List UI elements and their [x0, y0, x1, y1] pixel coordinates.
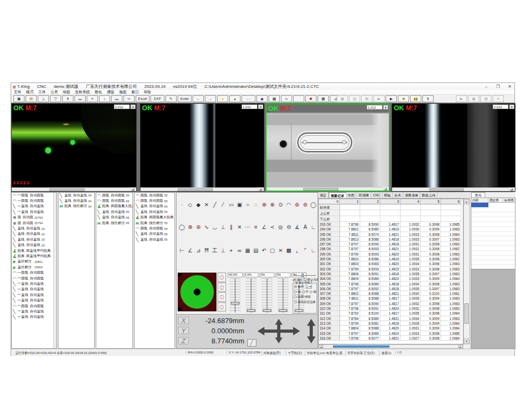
scroll-down-icon[interactable]: ▼	[464, 339, 469, 344]
camera-zoom-select[interactable]: 1-212	[114, 104, 130, 109]
feature-item[interactable]: ╲直线自动直线55	[135, 232, 174, 237]
parallel-tool-icon[interactable]: ∥	[228, 224, 235, 230]
save2-button[interactable]: ▣	[337, 95, 348, 102]
scroll-up-icon[interactable]: ▲	[464, 199, 469, 204]
text-tool-icon[interactable]: A	[302, 224, 309, 230]
feature-item[interactable]: ╲***直线自动直线	[12, 292, 56, 298]
grid-data-row[interactable]: 294 OK7.88018.50801.48191.09300.30991.09…	[319, 227, 463, 232]
feature-item[interactable]: ╲直线自动直线15	[12, 232, 56, 237]
tab-3[interactable]: 3D测量	[356, 192, 371, 198]
box-select-tool-icon[interactable]: ▢	[269, 247, 276, 254]
tab-7[interactable]: 测量清单	[403, 192, 420, 198]
arc-tool-icon[interactable]: ◠	[286, 201, 292, 208]
slider-track[interactable]	[262, 278, 272, 312]
grid-data-row[interactable]: 297 OK7.87978.50901.48181.09310.30981.09…	[319, 242, 463, 246]
x-axis-icon[interactable]: X	[178, 317, 189, 324]
list-vscrollbar[interactable]	[53, 193, 56, 348]
minimize-button[interactable]: –	[483, 84, 489, 89]
zoom-slider[interactable]	[294, 274, 316, 277]
grid-hscroll-thumb[interactable]	[333, 345, 389, 348]
dim-3d-tool-icon[interactable]: ∞	[236, 247, 243, 254]
arrow-right-button[interactable]: →	[205, 95, 216, 102]
circle-distance-tool-icon[interactable]: ⊖	[286, 224, 292, 230]
feature-item[interactable]: H距离线性标注55	[135, 220, 174, 226]
feature-item[interactable]: H距离线性标注34	[59, 204, 94, 209]
tab-0[interactable]: 测定	[318, 192, 329, 198]
tab-element[interactable]: 图元	[471, 192, 485, 197]
platform-button[interactable]: ▬	[74, 95, 86, 102]
tab-1[interactable]: 测量记录	[329, 192, 346, 198]
measurement-grid[interactable]: 0123456标准值上公差下公差293 OK7.87968.50901.4817…	[318, 199, 463, 344]
slider-thumb[interactable]	[231, 302, 239, 304]
feature-item[interactable]: ╲***直线自动直线	[12, 309, 56, 314]
concentric-tool-icon[interactable]: ◎	[277, 224, 284, 230]
feature-item[interactable]: ╲***直线自动直线	[12, 204, 56, 209]
grid-data-row[interactable]: 314 OK7.88048.50881.48201.09310.30991.09…	[319, 326, 463, 331]
camera-view-2[interactable]: OK M:7 1-212 ▼ ◢	[140, 103, 264, 192]
grid-data-row[interactable]: 312 OK7.87848.50891.48211.09340.30991.09…	[319, 316, 463, 321]
z-axis-icon[interactable]: Z	[178, 337, 189, 344]
ellipse-scan2-tool-icon[interactable]: ⊛	[195, 224, 202, 230]
feature-item[interactable]: ╲直线自动直线65	[96, 215, 132, 220]
ellipse2-tool-icon[interactable]: ◯	[179, 224, 185, 230]
close-tool-button[interactable]: ✕	[493, 95, 504, 102]
tab-8[interactable]: 数据上传	[420, 192, 437, 198]
feature-item[interactable]: ╲直线自动直线15	[12, 226, 56, 231]
selected-cell[interactable]	[471, 203, 488, 208]
light-slider-1[interactable]: 40.0%	[228, 273, 243, 313]
light-slider-3[interactable]: 0%	[260, 273, 275, 313]
run-button[interactable]: ↯	[422, 95, 434, 102]
ring-inner-light-button[interactable]: ◯	[218, 292, 226, 302]
feature-item[interactable]: ◠圆弧自动圆弧55	[135, 193, 174, 198]
resize-grip-icon[interactable]: ◢	[382, 187, 389, 191]
texture-button[interactable]: ▩	[269, 95, 280, 102]
undo-tool-icon[interactable]: ↶	[261, 247, 268, 254]
camera-zoom-select[interactable]: 1-212	[367, 105, 383, 110]
circle-scan2-tool-icon[interactable]: ⊗	[269, 201, 276, 208]
resize-grip-icon[interactable]: ◢	[257, 187, 264, 191]
stop-button[interactable]: ■	[398, 95, 409, 102]
perpendicular-tool-icon[interactable]: ⊥	[220, 224, 226, 230]
tab-5[interactable]: 模板	[383, 192, 393, 198]
camera-hscrollbar[interactable]	[267, 187, 382, 191]
sign-button[interactable]: ✎	[165, 95, 177, 102]
scroll-right-icon[interactable]: ►	[458, 345, 463, 348]
print-button[interactable]: ▤	[480, 95, 492, 102]
slider-track[interactable]	[278, 278, 288, 312]
light-button[interactable]: ●	[217, 95, 228, 102]
angle-tool-icon[interactable]: ∠	[261, 224, 268, 230]
camera-zoom-select[interactable]: 1-212	[242, 104, 257, 109]
probe-button[interactable]: ▽	[50, 95, 61, 102]
grid-data-row[interactable]: 306 OK7.87978.50921.48181.09350.30971.09…	[319, 286, 463, 291]
radio-2[interactable]	[302, 291, 305, 293]
feature-item[interactable]: ╲直线自动直线55	[135, 204, 174, 209]
feature-item[interactable]: H距离线性标注66	[96, 220, 132, 226]
select-add-tool-icon[interactable]: ◆	[195, 201, 202, 208]
feature-item[interactable]: ∡距离两圆弧最大距离	[96, 204, 132, 209]
circle-center-tool-icon[interactable]: ⊙	[277, 201, 284, 208]
feature-item[interactable]: ╲直线自动直线15	[12, 237, 56, 242]
feature-item[interactable]: ╲直线自动直线15	[12, 243, 56, 248]
grid-data-row[interactable]: 302 OK7.87998.50931.48151.09330.30981.09…	[319, 267, 463, 271]
feature-item[interactable]: ⊕圆自动圆15794	[12, 220, 56, 226]
feature-item[interactable]: ╲直线自动直线65	[96, 209, 132, 215]
circle-tool-icon[interactable]: ○	[245, 201, 251, 208]
light-slider-4[interactable]: 0%	[276, 273, 290, 313]
point-series-tool-icon[interactable]: ⋯	[245, 224, 251, 230]
arc-fit-tool-icon[interactable]: ◡	[212, 224, 218, 230]
dxf-button[interactable]: DXF	[151, 95, 164, 102]
delete-tool-icon[interactable]: ✕	[277, 247, 284, 254]
calculator-tool-icon[interactable]: ▦	[245, 247, 251, 254]
grid-tool-icon[interactable]: ▩	[286, 247, 292, 254]
run-to-end-button[interactable]: ▶	[386, 95, 397, 102]
blank-button[interactable]	[293, 95, 304, 102]
grid-data-row[interactable]: 299 OK7.87908.50931.48201.09310.30981.09…	[319, 252, 463, 257]
radio-1[interactable]	[294, 291, 297, 293]
slider-track[interactable]	[246, 278, 256, 312]
coaxial-light-button[interactable]: ◯	[218, 302, 226, 312]
feature-item[interactable]: ◠圆弧自动圆弧65	[96, 198, 132, 203]
dim-angle-tool-icon[interactable]: ∠	[187, 247, 193, 254]
scroll-left-icon[interactable]: ◄	[319, 345, 323, 348]
dim-position-tool-icon[interactable]: ⌖	[228, 247, 235, 254]
maximize-button[interactable]: ❐	[495, 84, 501, 89]
